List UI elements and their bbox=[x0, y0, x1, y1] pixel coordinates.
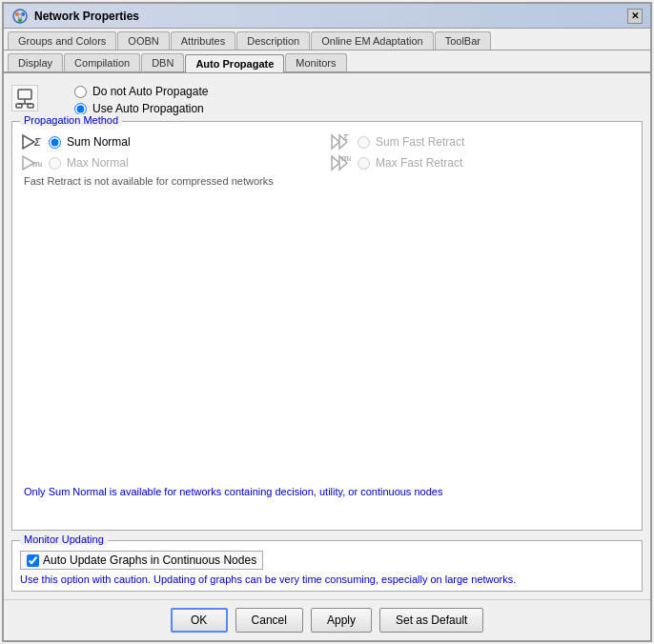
use-auto-propagation-option[interactable]: Use Auto Propagation bbox=[74, 102, 208, 115]
content-area: Do not Auto Propagate Use Auto Propagati… bbox=[4, 73, 650, 599]
fast-retract-note: Fast Retract is not available for compre… bbox=[20, 175, 634, 187]
close-button[interactable]: ✕ bbox=[627, 9, 643, 24]
use-auto-propagation-radio[interactable] bbox=[74, 103, 87, 115]
max-normal-item: max Max Normal bbox=[20, 154, 325, 171]
tabs-row-2: Display Compilation DBN Auto Propagate M… bbox=[4, 50, 650, 73]
svg-marker-12 bbox=[23, 135, 34, 149]
max-fast-retract-label: Max Fast Retract bbox=[376, 156, 462, 170]
tab-display[interactable]: Display bbox=[8, 53, 63, 71]
dialog-window: Network Properties ✕ Groups and Colors O… bbox=[2, 2, 652, 642]
auto-update-label: Auto Update Graphs in Continuous Nodes bbox=[43, 553, 256, 567]
tab-dbn[interactable]: DBN bbox=[141, 53, 184, 71]
tab-description[interactable]: Description bbox=[236, 31, 310, 50]
sum-fast-retract-icon: Σ bbox=[329, 133, 352, 151]
tab-online-em-adaptation[interactable]: Online EM Adaptation bbox=[311, 31, 433, 50]
svg-text:Σ: Σ bbox=[342, 133, 349, 142]
max-normal-icon: max bbox=[20, 154, 43, 171]
monitor-fieldset: Monitor Updating Auto Update Graphs in C… bbox=[11, 540, 643, 592]
tab-monitors[interactable]: Monitors bbox=[285, 53, 346, 71]
tab-oobn[interactable]: OOBN bbox=[117, 31, 169, 50]
svg-rect-10 bbox=[16, 104, 22, 108]
svg-marker-19 bbox=[332, 156, 339, 170]
sum-fast-retract-label: Sum Fast Retract bbox=[376, 135, 464, 149]
sum-normal-info: Only Sum Normal is available for network… bbox=[20, 482, 634, 501]
title-bar-left: Network Properties bbox=[11, 8, 139, 25]
apply-button[interactable]: Apply bbox=[311, 608, 372, 633]
max-normal-radio[interactable] bbox=[49, 157, 61, 170]
sum-fast-retract-item: Σ Sum Fast Retract bbox=[329, 133, 634, 151]
app-icon bbox=[11, 8, 29, 25]
do-not-propagate-option[interactable]: Do not Auto Propagate bbox=[74, 85, 208, 98]
title-bar: Network Properties ✕ bbox=[4, 4, 650, 29]
auto-update-checkbox[interactable] bbox=[27, 554, 39, 567]
max-fast-retract-item: max Max Fast Retract bbox=[329, 154, 634, 171]
propagation-method-fieldset: Propagation Method Σ Sum Normal bbox=[11, 121, 643, 531]
monitor-legend: Monitor Updating bbox=[20, 533, 108, 545]
svg-text:Σ: Σ bbox=[33, 136, 41, 148]
tabs-row-1: Groups and Colors OOBN Attributes Descri… bbox=[4, 29, 650, 50]
propagation-method-legend: Propagation Method bbox=[20, 114, 122, 126]
dialog-title: Network Properties bbox=[34, 10, 139, 23]
max-fast-retract-radio[interactable] bbox=[358, 157, 370, 170]
max-fast-retract-icon: max bbox=[329, 154, 352, 171]
propagation-radio-group: Do not Auto Propagate Use Auto Propagati… bbox=[46, 85, 208, 115]
network-icon bbox=[11, 85, 38, 111]
cancel-button[interactable]: Cancel bbox=[235, 608, 303, 633]
monitor-caution-note: Use this option with caution. Updating o… bbox=[20, 574, 634, 585]
monitor-content: Auto Update Graphs in Continuous Nodes U… bbox=[20, 547, 634, 585]
do-not-propagate-radio[interactable] bbox=[74, 86, 87, 98]
sum-fast-retract-radio[interactable] bbox=[358, 136, 370, 149]
tab-compilation[interactable]: Compilation bbox=[64, 53, 140, 71]
auto-update-row: Auto Update Graphs in Continuous Nodes bbox=[20, 551, 634, 570]
auto-update-box: Auto Update Graphs in Continuous Nodes bbox=[20, 551, 263, 570]
propagation-grid: Σ Sum Normal Σ bbox=[20, 130, 634, 171]
svg-marker-14 bbox=[332, 135, 339, 149]
set-as-default-button[interactable]: Set as Default bbox=[379, 608, 483, 633]
sum-normal-icon: Σ bbox=[20, 133, 43, 151]
tab-attributes[interactable]: Attributes bbox=[171, 31, 235, 50]
tab-auto-propagate[interactable]: Auto Propagate bbox=[185, 54, 284, 72]
svg-text:max: max bbox=[341, 154, 351, 163]
do-not-propagate-label: Do not Auto Propagate bbox=[92, 85, 208, 98]
svg-rect-11 bbox=[28, 104, 33, 108]
button-row: OK Cancel Apply Set as Default bbox=[4, 599, 650, 640]
use-auto-propagation-label: Use Auto Propagation bbox=[92, 102, 204, 115]
svg-text:max: max bbox=[32, 159, 42, 169]
sum-normal-radio[interactable] bbox=[49, 136, 61, 149]
max-normal-label: Max Normal bbox=[67, 156, 129, 170]
sum-normal-item: Σ Sum Normal bbox=[20, 133, 325, 151]
tab-groups-and-colors[interactable]: Groups and Colors bbox=[8, 31, 116, 50]
svg-rect-7 bbox=[18, 90, 31, 99]
sum-normal-label: Sum Normal bbox=[67, 135, 131, 149]
tab-toolbar[interactable]: ToolBar bbox=[435, 31, 491, 50]
ok-button[interactable]: OK bbox=[171, 608, 228, 633]
